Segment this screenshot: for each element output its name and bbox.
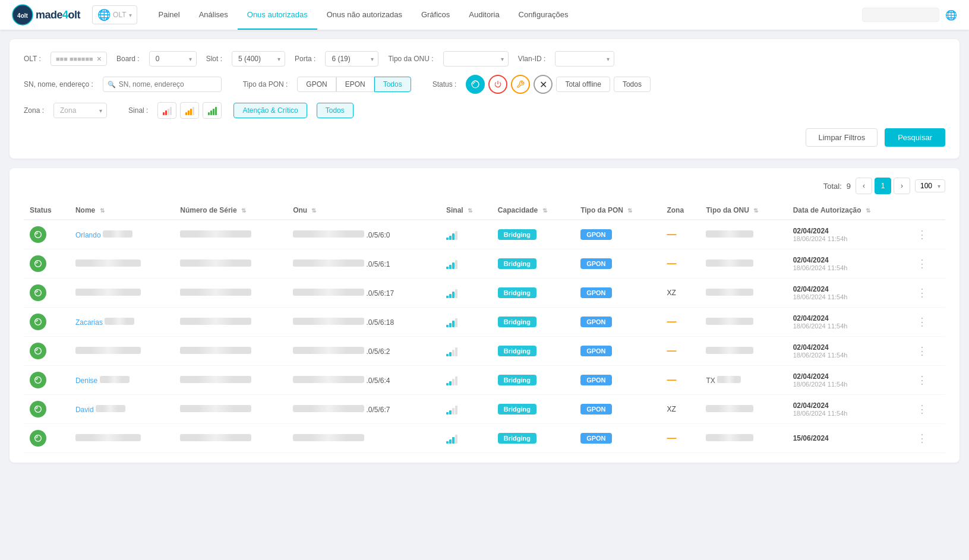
board-select[interactable]: 0 — [149, 51, 197, 67]
data-cell: 02/04/2024 18/06/2024 11:54h — [787, 337, 908, 366]
data-cell: 02/04/2024 18/06/2024 11:54h — [787, 395, 908, 424]
olt-tag[interactable]: ■■■ ■■■■■■ × — [50, 52, 107, 66]
sn-search-input[interactable] — [103, 77, 222, 92]
status-wrench-btn[interactable] — [511, 75, 530, 94]
tipo-pon-badge: GPON — [580, 258, 611, 269]
olt-selector[interactable]: 🌐 OLT ▾ — [92, 5, 137, 24]
row-menu-btn[interactable]: ⋮ — [914, 403, 930, 415]
capacidade-badge: Bridging — [498, 287, 536, 298]
row-menu-btn[interactable]: ⋮ — [914, 258, 930, 270]
vlan-select[interactable] — [555, 51, 614, 67]
row-menu-btn[interactable]: ⋮ — [914, 345, 930, 357]
zona-cell: — — [661, 220, 700, 249]
status-cell — [24, 308, 70, 337]
onu-path: .0/5/6:17 — [367, 289, 394, 298]
row-menu-btn[interactable]: ⋮ — [914, 432, 930, 444]
tipo-onu-cell — [700, 308, 787, 337]
sort-nome-icon[interactable]: ⇅ — [100, 207, 105, 214]
signal-good-icon[interactable] — [203, 102, 222, 119]
nav-item-auditoria[interactable]: Auditoria — [459, 0, 509, 30]
tipo-pon-badge: GPON — [580, 433, 611, 444]
olt-tag-close[interactable]: × — [97, 55, 102, 63]
filter-row-1: OLT : ■■■ ■■■■■■ × Board : 0 Slot : 5 (4… — [24, 51, 945, 67]
chevron-down-icon: ▾ — [129, 12, 132, 18]
status-filter-label: Status : — [433, 80, 457, 88]
sinal-atencao-critico-btn[interactable]: Atenção & Crítico — [233, 103, 307, 118]
top-search-input[interactable] — [862, 8, 939, 22]
person-name[interactable]: Orlando — [75, 231, 101, 239]
zona-filter-label: Zona : — [24, 106, 44, 115]
per-page-select[interactable]: 100 50 25 — [915, 179, 945, 192]
person-name[interactable]: Zacarias — [75, 318, 103, 327]
tipo-pon-gpon[interactable]: GPON — [297, 77, 336, 92]
search-btn[interactable]: Pesquisar — [885, 128, 945, 147]
nav-item-painel[interactable]: Painel — [149, 0, 190, 30]
board-select-wrapper: 0 — [149, 51, 197, 67]
status-offline-btn[interactable] — [488, 75, 507, 94]
nome-cell: David — [70, 395, 174, 424]
nav-item-graficos[interactable]: Gráficos — [412, 0, 459, 30]
total-offline-btn[interactable]: Total offline — [556, 77, 610, 92]
nav-item-configuracoes[interactable]: Configurações — [509, 0, 578, 30]
todos-status-btn[interactable]: Todos — [614, 77, 651, 92]
auth-date: 02/04/2024 — [793, 401, 902, 410]
zona-select[interactable]: Zona — [53, 103, 107, 118]
serie-cell — [174, 220, 287, 249]
language-button[interactable]: 🌐 — [945, 10, 957, 21]
row-menu-btn[interactable]: ⋮ — [914, 316, 930, 328]
sort-tipo-pon-icon[interactable]: ⇅ — [627, 207, 632, 214]
col-onu: Onu ⇅ — [287, 201, 440, 220]
next-page-btn[interactable]: › — [894, 178, 910, 194]
prev-page-btn[interactable]: ‹ — [856, 178, 872, 194]
row-menu-btn[interactable]: ⋮ — [914, 229, 930, 241]
sort-sinal-icon[interactable]: ⇅ — [468, 207, 472, 214]
tipo-onu-cell — [700, 220, 787, 249]
nav-item-analises[interactable]: Análises — [190, 0, 238, 30]
row-menu-btn[interactable]: ⋮ — [914, 287, 930, 299]
slot-select[interactable]: 5 (400) — [232, 51, 285, 67]
slot-filter-label: Slot : — [206, 55, 222, 63]
sinal-cell — [440, 249, 492, 279]
status-cell — [24, 220, 70, 249]
tipo-onu-cell — [700, 249, 787, 279]
per-page-wrapper: 100 50 25 — [915, 179, 945, 192]
total-label: Total: — [823, 182, 842, 191]
nome-cell: Zacarias — [70, 308, 174, 337]
status-online-btn[interactable] — [466, 75, 485, 94]
data-cell: 15/06/2024 — [787, 424, 908, 453]
sinal-cell — [440, 279, 492, 308]
status-cell — [24, 249, 70, 279]
update-date: 18/06/2024 11:54h — [793, 381, 902, 388]
col-sinal: Sinal ⇅ — [440, 201, 492, 220]
clear-filters-btn[interactable]: Limpar Filtros — [806, 128, 878, 147]
row-menu-btn[interactable]: ⋮ — [914, 374, 930, 386]
sort-data-icon[interactable]: ⇅ — [866, 207, 870, 214]
nav-item-onus-nao-autorizadas[interactable]: Onus não autorizadas — [317, 0, 412, 30]
signal-attention-icon[interactable] — [180, 102, 199, 119]
status-cell — [24, 337, 70, 366]
tipo-onu-select[interactable] — [443, 51, 509, 67]
person-name[interactable]: David — [75, 406, 94, 414]
signal-critical-icon[interactable] — [157, 102, 176, 119]
tipo-pon-epon[interactable]: EPON — [336, 77, 374, 92]
porta-select[interactable]: 6 (19) — [325, 51, 378, 67]
nome-cell — [70, 424, 174, 453]
tipo-pon-todos[interactable]: Todos — [374, 77, 411, 92]
data-cell: 02/04/2024 18/06/2024 11:54h — [787, 366, 908, 395]
sinal-todos-btn[interactable]: Todos — [317, 103, 353, 118]
row-menu-cell: ⋮ — [908, 395, 946, 424]
auth-date: 02/04/2024 — [793, 227, 902, 235]
sort-tipo-onu-icon[interactable]: ⇅ — [753, 207, 758, 214]
tipo-onu-filter-label: Tipo da ONU : — [388, 55, 433, 63]
person-name[interactable]: Denise — [75, 377, 97, 385]
page-1-btn[interactable]: 1 — [875, 178, 891, 194]
sort-capacidade-icon[interactable]: ⇅ — [542, 207, 547, 214]
sort-serie-icon[interactable]: ⇅ — [241, 207, 246, 214]
status-other-btn[interactable]: ✕ — [534, 75, 553, 94]
filter-row-3: Zona : Zona Sinal : — [24, 102, 945, 119]
nav-item-onus-autorizadas[interactable]: Onus autorizadas — [238, 0, 317, 30]
serie-cell — [174, 279, 287, 308]
sort-onu-icon[interactable]: ⇅ — [311, 207, 316, 214]
onus-table: Status Nome ⇅ Número de Série ⇅ Onu ⇅ Si… — [24, 201, 945, 453]
onu-cell: .0/5/6:2 — [287, 337, 440, 366]
